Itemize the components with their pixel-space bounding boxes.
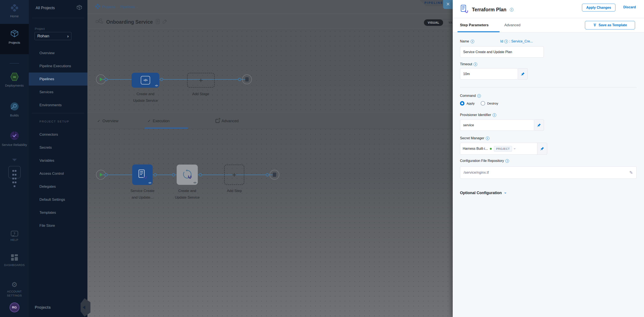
info-icon[interactable]: i: [486, 136, 490, 140]
sidebar-item-account-settings[interactable]: ⚙ ACCOUNT SETTINGS: [0, 281, 29, 298]
command-radio-group: Apply Destroy: [460, 101, 498, 106]
discard-button[interactable]: Discard: [623, 5, 636, 9]
name-input[interactable]: [460, 46, 544, 58]
project-selector[interactable]: Rohan ›: [34, 32, 72, 40]
sidebar-item-service-reliability[interactable]: Service Reliability: [0, 131, 29, 147]
play-icon: [100, 173, 103, 177]
step-id[interactable]: Idi: Service_Cre...: [500, 40, 533, 43]
sidebar-item-secrets[interactable]: Secrets: [29, 141, 88, 154]
info-icon[interactable]: i: [474, 62, 477, 66]
optional-configuration-toggle[interactable]: Optional Configuration ›: [460, 191, 506, 195]
edit-pencil-icon[interactable]: [162, 19, 167, 25]
add-stage-node[interactable]: +: [187, 73, 215, 88]
radio-destroy[interactable]: Destroy: [481, 101, 498, 106]
config-file-repository-label: Configuration File Repositoryi: [460, 159, 509, 163]
sidebar-item-builds[interactable]: Builds: [0, 102, 29, 117]
project-sidebar: All Projects Project Rohan › Overview Pi…: [29, 0, 88, 317]
sidebar-item-templates[interactable]: Templates: [29, 206, 88, 219]
sidebar-item-file-store[interactable]: File Store: [29, 219, 88, 232]
module-grid-button[interactable]: [0, 166, 29, 188]
tab-overview[interactable]: ✓ Overview: [97, 113, 118, 129]
sidebar-item-variables[interactable]: Variables: [29, 154, 88, 167]
config-file-repository-row[interactable]: /service/nginx.tf ✎: [460, 166, 636, 179]
divider: [460, 87, 636, 88]
play-icon: [100, 78, 103, 81]
sidebar-item-pipelines[interactable]: Pipelines: [29, 72, 88, 86]
sidebar-item-services[interactable]: Services: [29, 86, 88, 98]
provisioner-pin-button[interactable]: [534, 120, 544, 131]
sidebar-item-overview[interactable]: Overview: [29, 46, 88, 60]
code-glyph: </>: [194, 181, 196, 184]
close-drawer-button[interactable]: ✕: [443, 0, 453, 9]
check-icon: ✓: [148, 119, 150, 123]
terraform-plan-step-icon: [460, 5, 468, 14]
edit-pencil-icon[interactable]: ✎: [629, 170, 633, 175]
builds-icon: [10, 102, 19, 112]
sidebar-item-deployments[interactable]: ∞ Deployments: [0, 72, 29, 88]
timeout-input[interactable]: [460, 68, 518, 80]
add-step-label[interactable]: Add Step: [211, 188, 258, 194]
sidebar-item-environments[interactable]: Environments: [29, 98, 88, 112]
notes-icon[interactable]: [156, 19, 160, 25]
apply-changes-button[interactable]: Apply Changes: [582, 4, 616, 12]
pipeline-studio-canvas: Projects › Pipelines › Onboarding Servic…: [88, 0, 453, 317]
app-root: Home Projects ∞ Deployments Builds Servi: [0, 0, 644, 317]
save-as-template-button[interactable]: Save as Template: [585, 21, 635, 30]
toggle-visual[interactable]: VISUAL: [424, 20, 443, 26]
chevron-right-icon: ›: [67, 34, 69, 38]
sidebar-item-home[interactable]: Home: [0, 0, 29, 24]
sidebar-item-connectors[interactable]: Connectors: [29, 128, 88, 141]
sidebar-item-access-control[interactable]: Access Control: [29, 167, 88, 180]
breadcrumb: Projects › Pipelines ›: [95, 4, 138, 10]
secret-manager-select[interactable]: Harness Built-i... PROJECT ›: [460, 143, 538, 155]
stop-icon: [245, 77, 249, 82]
info-icon[interactable]: i: [510, 8, 514, 12]
info-icon[interactable]: i: [492, 113, 496, 117]
tab-advanced[interactable]: Advanced: [216, 113, 238, 129]
sidebar-item-label: HELP: [0, 238, 29, 242]
active-tab-underline: [144, 128, 188, 129]
visual-yaml-toggle[interactable]: VISUAL YAML: [424, 19, 453, 26]
connector-port: [172, 173, 175, 176]
step-node-terraform-apply[interactable]: </>: [176, 164, 198, 185]
stage-label[interactable]: Create andUpdate Service: [122, 91, 169, 104]
sidebar-item-delegates[interactable]: Delegates: [29, 180, 88, 193]
provisioner-identifier-input[interactable]: [460, 120, 534, 131]
info-icon[interactable]: i: [471, 40, 474, 43]
sidebar-item-default-settings[interactable]: Default Settings: [29, 193, 88, 206]
project-selector-value: Rohan: [37, 34, 49, 38]
execution-end-node[interactable]: [270, 170, 279, 180]
step-node-terraform-plan-selected[interactable]: </>: [132, 164, 153, 185]
breadcrumb-pipelines-link[interactable]: Pipelines: [120, 5, 135, 9]
info-icon[interactable]: i: [477, 94, 481, 98]
stage-end-node[interactable]: [242, 74, 252, 84]
sidebar-item-pipeline-executions[interactable]: Pipeline Executions: [29, 60, 88, 72]
radio-apply[interactable]: Apply: [460, 101, 475, 106]
sidebar-expand-chevron[interactable]: [0, 158, 29, 162]
info-icon[interactable]: i: [506, 159, 509, 163]
chevron-separator-icon: ›: [194, 118, 195, 124]
code-glyph: </>: [148, 182, 151, 184]
step-label-terraform-plan[interactable]: Service Createand Update...: [119, 188, 166, 201]
user-avatar-item[interactable]: RG: [0, 302, 29, 312]
stage-node-create-update-service[interactable]: </> </>: [132, 73, 159, 88]
step-label-terraform-apply[interactable]: Create andUpdate Service: [164, 188, 211, 201]
tab-advanced[interactable]: Advanced: [504, 18, 520, 32]
sidebar-item-projects[interactable]: Projects: [0, 24, 29, 54]
connector-port: [266, 173, 269, 176]
info-icon: i: [504, 40, 508, 43]
tab-execution[interactable]: ✓ Execution: [148, 113, 170, 129]
breadcrumb-projects-link[interactable]: Projects: [102, 5, 115, 9]
all-projects-row[interactable]: All Projects: [36, 5, 82, 11]
tab-step-parameters[interactable]: Step Parameters: [460, 18, 488, 32]
secret-manager-pin-button[interactable]: [538, 143, 547, 155]
sidebar-item-help[interactable]: ? HELP: [0, 231, 29, 242]
terraform-apply-step-icon: [182, 169, 193, 180]
add-stage-label[interactable]: Add Stage: [177, 91, 224, 97]
toggle-yaml[interactable]: YAML: [443, 20, 453, 26]
add-step-node[interactable]: +: [224, 164, 244, 185]
sidebar-item-dashboards[interactable]: DASHBOARDS: [0, 254, 29, 267]
timeout-pin-button[interactable]: [518, 68, 528, 80]
help-chat-icon: ?: [11, 231, 18, 236]
avatar[interactable]: RG: [10, 302, 20, 312]
